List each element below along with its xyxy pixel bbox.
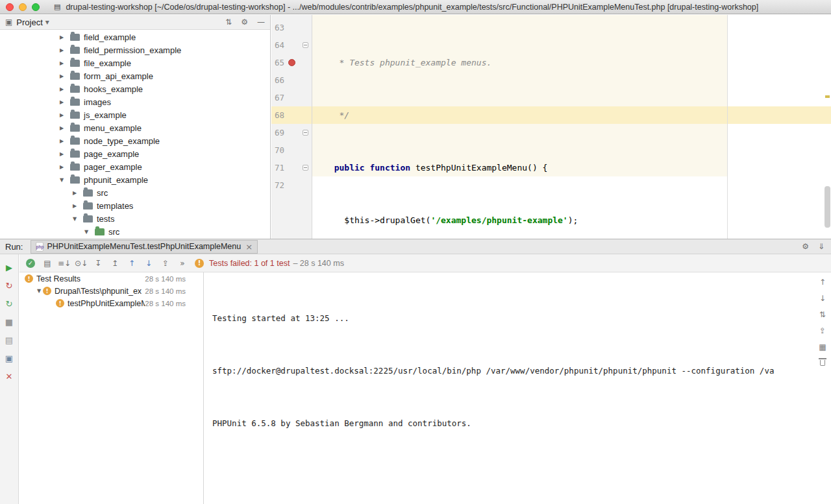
sort-by-duration-icon[interactable]: ⊙↓ — [73, 257, 90, 270]
code-line[interactable]: */ — [324, 106, 624, 124]
chevron-right-icon[interactable]: ▶ — [71, 190, 78, 196]
tree-item-label: file_example — [84, 58, 131, 68]
test-state-gutter-icon[interactable] — [288, 59, 295, 66]
tree-item-hooks_example[interactable]: ▶hooks_example — [0, 82, 270, 95]
tree-item-pager_example[interactable]: ▶pager_example — [0, 160, 270, 173]
scroll-to-end-icon[interactable]: ⇪ — [817, 322, 828, 339]
gear-icon[interactable]: ⚙ — [241, 18, 248, 27]
chevron-down-icon[interactable]: ▼ — [83, 229, 90, 235]
collapse-all-icon[interactable]: ↥ — [106, 257, 123, 270]
chevron-down-icon[interactable]: ▼ — [35, 288, 43, 294]
stop-icon[interactable]: ■ — [1, 314, 17, 330]
rerun-failed-tests-icon[interactable]: ↻ — [1, 278, 17, 293]
close-window-button[interactable] — [6, 3, 14, 11]
gear-icon[interactable]: ⚙ — [802, 242, 809, 251]
chevron-down-icon[interactable]: ▾ — [45, 18, 49, 27]
code-keyword: public function — [334, 163, 410, 173]
tree-item-label: phpunit_example — [84, 175, 148, 185]
fold-marker-icon[interactable] — [303, 130, 308, 136]
tree-item-node_type_example[interactable]: ▶node_type_example — [0, 134, 270, 147]
tree-item-images[interactable]: ▶images — [0, 95, 270, 108]
close-icon[interactable]: × — [245, 242, 253, 252]
print-icon[interactable]: ▦ — [817, 339, 828, 355]
expand-all-icon[interactable]: ↧ — [90, 257, 106, 270]
run-tab[interactable]: php PHPUnitExampleMenuTest.testPhpUnitEx… — [31, 240, 258, 254]
tree-item-page_example[interactable]: ▶page_example — [0, 147, 270, 160]
tree-item-field_example[interactable]: ▶field_example — [0, 30, 270, 43]
test-console-output[interactable]: Testing started at 13:25 ... sftp://dock… — [203, 272, 831, 504]
chevron-right-icon[interactable]: ▶ — [58, 99, 65, 105]
minimize-window-button[interactable] — [19, 3, 27, 11]
show-ignored-icon[interactable]: ▤ — [39, 257, 56, 270]
console-view-icon[interactable]: ▤ — [1, 332, 17, 348]
chevron-right-icon[interactable]: ▶ — [58, 47, 65, 53]
tree-item-templates[interactable]: ▶templates — [0, 199, 270, 212]
tree-item-tests[interactable]: ▼tests — [0, 212, 270, 225]
code-line[interactable]: * Tests phpunit_example menus. — [324, 54, 624, 71]
fold-marker-icon[interactable] — [303, 42, 308, 48]
chevron-down-icon[interactable]: ▼ — [71, 216, 78, 222]
document-icon: ▤ — [54, 3, 60, 11]
tree-item-phpunit_example[interactable]: ▼phpunit_example — [0, 173, 270, 186]
test-node-label: Drupal\Tests\phpunit_ex — [55, 287, 142, 296]
console-text: PHPUnit 6.5.8 by Sebastian Bergmann and … — [212, 418, 471, 428]
toggle-auto-test-icon[interactable]: ↻ — [1, 296, 17, 311]
console-text: Testing started at 13:25 ... — [212, 313, 349, 323]
code-line[interactable]: $this->drupalGet('/examples/phpunit-exam… — [324, 211, 624, 229]
folder-icon — [83, 202, 93, 210]
tree-item-label: src — [108, 227, 119, 237]
chevron-right-icon[interactable]: ▶ — [58, 86, 65, 92]
hide-panel-icon[interactable]: — — [257, 18, 265, 27]
fold-marker-icon[interactable] — [303, 165, 308, 171]
tree-item-js_example[interactable]: ▶js_example — [0, 108, 270, 121]
editor[interactable]: 63 64 65 66 67 68 69 70 71 72 * Tests ph… — [271, 15, 831, 239]
project-panel-title[interactable]: Project — [16, 18, 42, 27]
code-line[interactable]: public function testPhpUnitExampleMenu()… — [324, 159, 624, 176]
chevron-right-icon[interactable]: ▶ — [58, 112, 65, 118]
tree-item-label: js_example — [84, 110, 127, 120]
chevron-right-icon[interactable]: ▶ — [58, 138, 65, 144]
code-area[interactable]: * Tests phpunit_example menus. */ public… — [324, 19, 624, 239]
sort-alphabetically-icon[interactable]: ≡↓ — [56, 257, 73, 270]
rerun-icon[interactable]: ▶ — [1, 259, 17, 275]
chevron-right-icon[interactable]: ▶ — [58, 60, 65, 66]
show-passed-icon[interactable]: ✓ — [22, 257, 39, 270]
console-line: sftp://docker@drupaltest.docksal:2225/us… — [212, 362, 831, 379]
scroll-down-icon[interactable]: ↓ — [817, 290, 828, 306]
tree-item-field_permission_example[interactable]: ▶field_permission_example — [0, 43, 270, 56]
window-title: drupal-testing-workshop [~/Code/os/drupa… — [66, 3, 758, 12]
tree-item-file_example[interactable]: ▶file_example — [0, 56, 270, 69]
close-panel-icon[interactable]: ✕ — [1, 368, 17, 384]
zoom-window-button[interactable] — [32, 3, 40, 11]
test-suite-row[interactable]: ▼ ! Drupal\Tests\phpunit_ex 28 s 140 ms — [19, 285, 203, 297]
tree-item-src[interactable]: ▶src — [0, 186, 270, 199]
scroll-up-icon[interactable]: ↑ — [817, 274, 828, 290]
tree-item-form_api_example[interactable]: ▶form_api_example — [0, 69, 270, 82]
dock-panel-icon[interactable]: ⇓ — [818, 242, 825, 251]
test-results-root-row[interactable]: ! Test Results 28 s 140 ms — [19, 272, 203, 285]
console-command-text: sftp://docker@drupaltest.docksal:2225/us… — [212, 366, 774, 376]
chevron-right-icon[interactable]: ▶ — [58, 125, 65, 131]
previous-failed-test-icon[interactable]: ↑ — [123, 257, 140, 270]
tests-duration: – 28 s 140 ms — [293, 259, 344, 268]
folder-icon — [70, 138, 80, 145]
chevron-right-icon[interactable]: ▶ — [71, 203, 78, 209]
chevron-right-icon[interactable]: ▶ — [58, 73, 65, 79]
error-stripe-mark[interactable] — [825, 95, 830, 98]
collapse-all-icon[interactable]: ⇅ — [225, 18, 232, 27]
clear-console-icon[interactable] — [817, 355, 828, 371]
chevron-right-icon[interactable]: ▶ — [58, 164, 65, 170]
next-failed-test-icon[interactable]: ↓ — [140, 257, 157, 270]
chevron-right-icon[interactable]: ▶ — [58, 151, 65, 157]
test-method-row[interactable]: ! testPhpUnitExampleM 28 s 140 ms — [19, 297, 203, 309]
run-tab-bar: Run: php PHPUnitExampleMenuTest.testPhpU… — [0, 239, 831, 254]
toolbar-overflow-icon[interactable]: » — [174, 257, 191, 270]
chevron-down-icon[interactable]: ▼ — [58, 177, 65, 183]
restore-layout-icon[interactable]: ▣ — [1, 350, 17, 366]
chevron-right-icon[interactable]: ▶ — [58, 34, 65, 40]
import-test-results-icon[interactable]: ⇪ — [157, 257, 174, 270]
tree-item-tests-src[interactable]: ▼src — [0, 225, 270, 238]
editor-scrollbar[interactable] — [825, 186, 830, 228]
soft-wrap-icon[interactable]: ⇅ — [817, 306, 828, 322]
tree-item-menu_example[interactable]: ▶menu_example — [0, 121, 270, 134]
